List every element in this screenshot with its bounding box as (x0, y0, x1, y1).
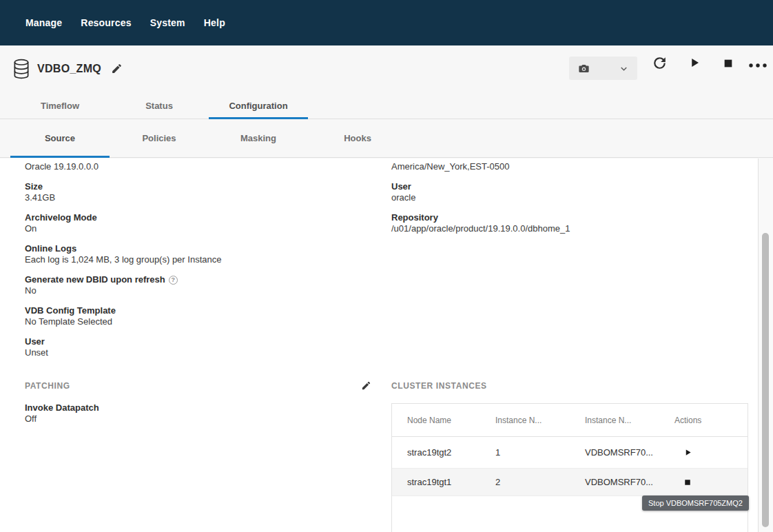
stop-vdb-button[interactable] (723, 58, 734, 69)
vertical-scrollbar[interactable] (758, 158, 773, 532)
start-instance-button[interactable] (684, 448, 694, 458)
table-header-row: Node Name Instance N... Instance N... Ac… (392, 404, 748, 437)
configuration-sub-tabs: Source Policies Masking Hooks (0, 119, 773, 158)
snapshot-camera-button[interactable] (577, 62, 590, 75)
field-database-version: Oracle 19.19.0.0.0 (25, 161, 355, 172)
source-details-right-column: America/New_York,EST-0500 User oracle Re… (391, 161, 743, 243)
play-icon (688, 57, 701, 69)
table-row: strac19tgt1 2 VDBOMSRF70... (392, 469, 748, 496)
patching-section: PATCHING Invoke Datapatch Off (25, 381, 342, 433)
page-header: VDBO_ZMQ (0, 45, 773, 158)
tab-configuration[interactable]: Configuration (209, 93, 308, 119)
snapshot-button-group (569, 57, 637, 80)
field-timezone: America/New_York,EST-0500 (391, 161, 743, 172)
field-size: Size 3.41GB (25, 181, 355, 203)
top-nav-bar: Manage Resources System Help (0, 0, 773, 45)
field-repository: Repository /u01/app/oracle/product/19.19… (391, 212, 743, 234)
cell-node-name: strac19tgt2 (407, 447, 495, 458)
page-title: VDBO_ZMQ (37, 63, 101, 75)
nav-item-help[interactable]: Help (204, 17, 225, 28)
play-icon (684, 449, 692, 456)
ellipsis-icon (748, 63, 767, 68)
field-user: User Unset (25, 336, 355, 358)
help-icon[interactable]: ? (169, 276, 178, 285)
stop-icon (684, 479, 691, 486)
patching-section-title: PATCHING (25, 381, 342, 391)
edit-patching-pencil-icon[interactable] (361, 380, 372, 391)
cell-node-name: strac19tgt1 (407, 477, 495, 487)
cell-instance-name: VDBOMSRF70... (585, 477, 674, 487)
nav-item-manage[interactable]: Manage (25, 17, 62, 28)
field-archivelog-mode: Archivelog Mode On (25, 212, 355, 234)
table-row: strac19tgt2 1 VDBOMSRF70... (392, 437, 748, 469)
more-actions-button[interactable] (748, 62, 767, 69)
app-window: { "colors": { "nav_bg": "#123349", "acce… (0, 0, 773, 532)
database-icon (12, 59, 30, 79)
subtab-masking[interactable]: Masking (209, 119, 308, 157)
field-online-logs: Online Logs Each log is 1,024 MB, 3 log … (25, 243, 355, 265)
col-header-actions: Actions (674, 416, 748, 425)
tab-status[interactable]: Status (110, 93, 209, 119)
cluster-instances-table: Node Name Instance N... Instance N... Ac… (391, 403, 748, 532)
subtab-policies[interactable]: Policies (110, 119, 209, 157)
source-config-panel: Oracle 19.19.0.0.0 Size 3.41GB Archivelo… (0, 158, 773, 532)
scrollbar-thumb[interactable] (762, 233, 769, 527)
cell-instance-number: 1 (495, 447, 585, 458)
col-header-instance-name: Instance N... (585, 416, 674, 425)
nav-item-resources[interactable]: Resources (81, 17, 131, 28)
cell-instance-number: 2 (495, 477, 585, 487)
start-vdb-button[interactable] (688, 57, 701, 69)
title-row: VDBO_ZMQ (0, 45, 773, 93)
col-header-node-name: Node Name (407, 416, 495, 425)
nav-item-system[interactable]: System (150, 17, 185, 28)
tab-timeflow[interactable]: Timeflow (10, 93, 110, 119)
stop-instance-button[interactable] (684, 478, 694, 487)
field-vdb-config-template: VDB Config Template No Template Selected (25, 305, 355, 327)
field-invoke-datapatch: Invoke Datapatch Off (25, 402, 342, 424)
source-details-left-column: Oracle 19.19.0.0.0 Size 3.41GB Archivelo… (25, 161, 355, 367)
cluster-instances-title: CLUSTER INSTANCES (391, 381, 748, 391)
main-tabs: Timeflow Status Configuration (0, 93, 773, 119)
field-env-user: User oracle (391, 181, 743, 203)
cluster-instances-section: CLUSTER INSTANCES (391, 381, 748, 391)
subtab-source[interactable]: Source (10, 119, 110, 157)
col-header-instance-number: Instance N... (495, 416, 585, 425)
edit-name-pencil-icon[interactable] (111, 62, 123, 74)
stop-icon (723, 58, 734, 69)
camera-icon (577, 62, 590, 75)
stop-instance-tooltip: Stop VDBOMSRF705ZMQ2 (642, 495, 749, 511)
refresh-icon (651, 54, 668, 72)
cell-instance-name: VDBOMSRF70... (585, 447, 674, 458)
field-generate-new-dbid: Generate new DBID upon refresh? No (25, 274, 355, 296)
refresh-button[interactable] (650, 54, 668, 72)
chevron-down-icon (619, 63, 629, 74)
subtab-hooks[interactable]: Hooks (308, 119, 407, 157)
snapshot-options-dropdown[interactable] (619, 63, 629, 74)
